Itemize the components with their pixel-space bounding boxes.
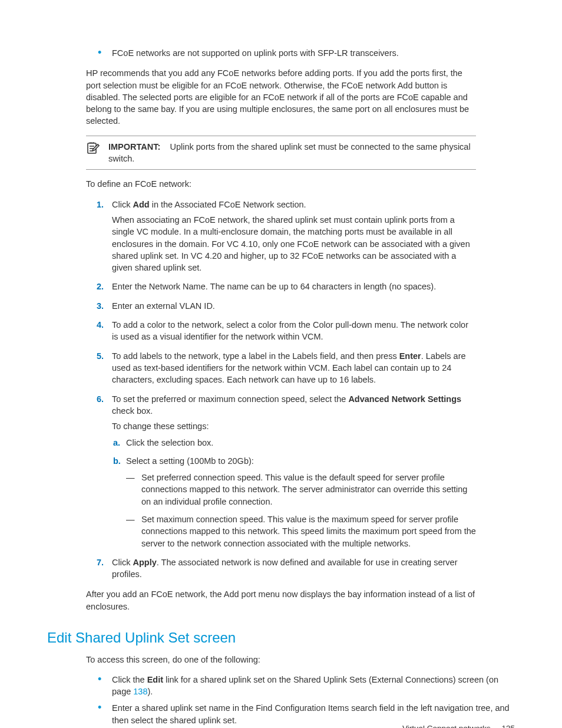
step-2: Enter the Network Name. The name can be … (112, 281, 476, 292)
footer-section: Virtual Connect networks (402, 724, 491, 728)
step-3: Enter an external VLAN ID. (112, 300, 476, 312)
page-link[interactable]: 138 (133, 687, 147, 696)
step-7: Click Apply. The associated network is n… (112, 556, 476, 581)
step-text: . The associated network is now defined … (112, 558, 457, 579)
step-5: To add labels to the network, type a lab… (112, 350, 476, 386)
step-4: To add a color to the network, select a … (112, 319, 476, 343)
step-text: check box. (112, 406, 153, 416)
dash-text: Set maximum connection speed. This value… (141, 515, 476, 548)
dash-item: Set maximum connection speed. This value… (141, 513, 476, 549)
step-sub: When associating an FCoE network, the sh… (112, 214, 476, 274)
important-icon (86, 141, 100, 165)
bullet-item: Click the Edit link for a shared uplink … (112, 674, 515, 698)
step-1: Click Add in the Associated FCoE Network… (112, 199, 476, 274)
bullet-item: Enter a shared uplink set name in the Fi… (112, 702, 515, 726)
step-text: To add a color to the network, select a … (112, 320, 468, 341)
section-heading: Edit Shared Uplink Set screen (47, 628, 515, 648)
footer-page-number: 135 (501, 724, 515, 728)
bullet-text: link for a shared uplink set on the Shar… (112, 675, 498, 696)
bullet-bold: Edit (147, 675, 163, 684)
callout-text: IMPORTANT: Uplink ports from the shared … (108, 141, 476, 165)
step-bold: Advanced Network Settings (348, 394, 461, 404)
paragraph: HP recommends that you add any FCoE netw… (86, 67, 476, 127)
step-text: Enter an external VLAN ID. (112, 301, 215, 311)
bullet-text: Enter a shared uplink set name in the Fi… (112, 703, 510, 724)
dash-text: Set preferred connection speed. This val… (141, 473, 467, 506)
bullet-item: FCoE networks are not supported on uplin… (112, 47, 515, 59)
step-text: Enter the Network Name. The name can be … (112, 282, 436, 291)
paragraph: To define an FCoE network: (86, 178, 476, 190)
bullet-text: FCoE networks are not supported on uplin… (112, 48, 399, 58)
step-bold: Enter (399, 351, 421, 361)
paragraph: To access this screen, do one of the fol… (86, 654, 515, 666)
dash-item: Set preferred connection speed. This val… (141, 472, 476, 508)
step-text: Click (112, 558, 133, 567)
important-callout: IMPORTANT: Uplink ports from the shared … (86, 136, 476, 170)
step-text: To set the preferred or maximum connecti… (112, 394, 348, 404)
important-label: IMPORTANT: (108, 142, 160, 151)
step-text: in the Associated FCoE Network section. (150, 200, 306, 209)
sub-step-text: Select a setting (100Mb to 20Gb): (126, 456, 254, 466)
bullet-text: ). (148, 687, 153, 696)
sub-step-text: Click the selection box. (126, 438, 213, 447)
bullet-text: Click the (112, 675, 147, 684)
step-6a: Click the selection box. (126, 437, 476, 449)
step-text: To add labels to the network, type a lab… (112, 351, 399, 361)
step-text: Click (112, 200, 133, 209)
paragraph: After you add an FCoE network, the Add p… (86, 588, 476, 612)
step-6: To set the preferred or maximum connecti… (112, 393, 476, 549)
step-sub: To change these settings: (112, 420, 476, 432)
page-footer: Virtual Connect networks 135 (402, 723, 515, 728)
step-bold: Add (133, 200, 149, 209)
step-bold: Apply (133, 558, 156, 567)
step-6b: Select a setting (100Mb to 20Gb): Set pr… (126, 455, 476, 549)
